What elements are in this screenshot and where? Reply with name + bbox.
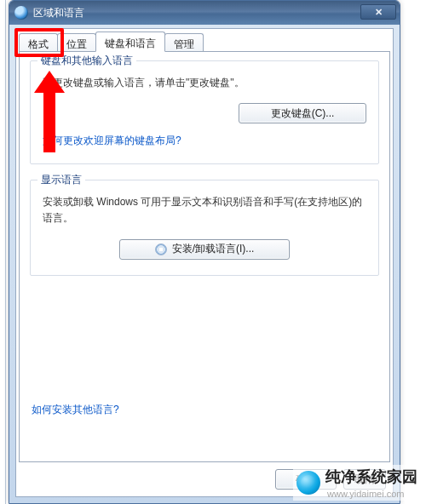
change-keyboard-button[interactable]: 更改键盘(C)...	[239, 103, 366, 123]
close-icon: ✕	[375, 7, 383, 18]
tab-panel-keyboard: 键盘和其他输入语言 要更改键盘或输入语言，请单击"更改键盘"。 更改键盘(C).…	[19, 51, 390, 462]
how-install-other-link[interactable]: 如何安装其他语言?	[32, 403, 119, 417]
watermark: 纯净系统家园 www.yidaimei.com	[293, 465, 421, 501]
tab-strip: 格式 位置 键盘和语言 管理	[19, 32, 203, 52]
keyboard-hint: 要更改键盘或输入语言，请单击"更改键盘"。	[43, 75, 366, 91]
window-title: 区域和语言	[33, 6, 84, 20]
group-display-language: 显示语言 安装或卸载 Windows 可用于显示文本和识别语音和手写(在支持地区…	[30, 180, 379, 275]
disc-icon	[155, 243, 167, 255]
close-button[interactable]: ✕	[360, 4, 396, 20]
dialog-window: 区域和语言 ✕ 格式 位置 键盘和语言 管理 键盘和其他输入语言 要更改键盘或输…	[9, 0, 400, 504]
globe-icon	[14, 6, 28, 20]
group-display-legend: 显示语言	[37, 173, 85, 187]
watermark-name: 纯净系统家园	[325, 467, 417, 487]
welcome-layout-link[interactable]: 如何更改欢迎屏幕的键盘布局?	[43, 135, 181, 146]
watermark-url: www.yidaimei.com	[327, 489, 417, 499]
group-keyboard-input: 键盘和其他输入语言 要更改键盘或输入语言，请单击"更改键盘"。 更改键盘(C).…	[30, 60, 379, 164]
client-area: 格式 位置 键盘和语言 管理 键盘和其他输入语言 要更改键盘或输入语言，请单击"…	[15, 28, 394, 497]
titlebar[interactable]: 区域和语言 ✕	[9, 1, 400, 25]
install-language-button[interactable]: 安装/卸载语言(I)...	[119, 239, 290, 260]
group-keyboard-legend: 键盘和其他输入语言	[37, 54, 136, 68]
tab-keyboard-language[interactable]: 键盘和语言	[95, 32, 165, 52]
display-hint: 安装或卸载 Windows 可用于显示文本和识别语音和手写(在支持地区)的语言。	[43, 194, 366, 226]
watermark-logo-icon	[296, 471, 320, 495]
